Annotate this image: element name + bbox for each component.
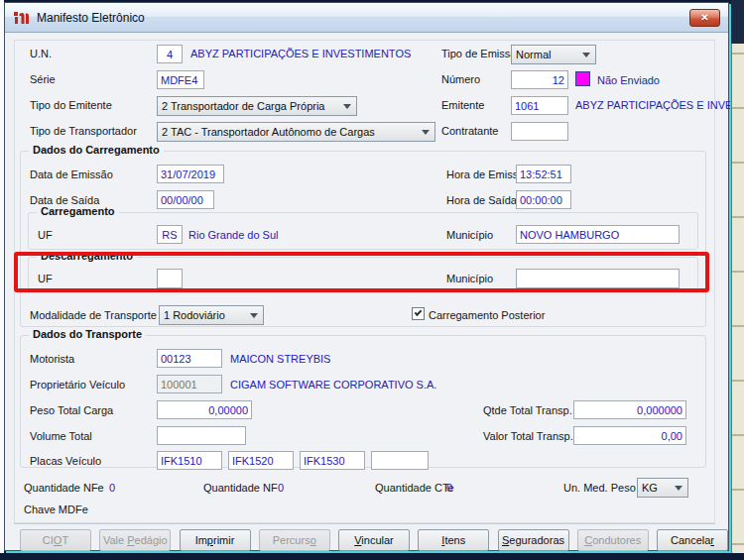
condutores-button: Condutores xyxy=(577,529,649,551)
numero-value: 12 xyxy=(553,74,564,86)
tipo-transportador-value: 2 TAC - Transportador Autônomo de Cargas xyxy=(162,126,375,138)
valor-total-label: Valor Total Transp. xyxy=(483,430,573,442)
modalidade-label: Modalidade de Transporte xyxy=(30,309,157,321)
chave-mdfe-label: Chave MDFe xyxy=(24,504,88,515)
checkbox-check-icon xyxy=(415,308,423,316)
numero-label: Número xyxy=(441,73,480,85)
numero-input[interactable]: 12 xyxy=(511,70,568,89)
dados-carregamento-title: Dados do Carregamento xyxy=(29,144,164,156)
qtd-cte-label: Quantidade CTe xyxy=(375,482,454,494)
descarregamento-title: Descarregamento xyxy=(37,250,137,262)
qtd-cte-value: 0 xyxy=(446,482,452,494)
hora-emissao-input[interactable]: 13:52:51 xyxy=(516,165,571,183)
volume-total-label: Volume Total xyxy=(30,430,92,442)
qtde-total-label: Qtde Total Transp. xyxy=(483,404,572,416)
carregamento-title: Carregamento xyxy=(37,205,119,217)
data-saida-value: 00/00/00 xyxy=(161,194,203,206)
peso-total-input[interactable]: 0,00000 xyxy=(157,400,252,419)
descarregamento-municipio-input[interactable] xyxy=(516,269,680,288)
un-med-peso-label: Un. Med. Peso xyxy=(563,482,636,494)
ciot-button: CIOT xyxy=(20,529,91,551)
data-saida-input[interactable]: 00/00/00 xyxy=(157,190,214,209)
motorista-input[interactable]: 00123 xyxy=(157,349,222,368)
qtde-total-input[interactable]: 0,000000 xyxy=(573,400,686,419)
placa-input-4[interactable] xyxy=(371,451,429,470)
serie-label: Série xyxy=(30,73,56,85)
chevron-down-icon xyxy=(343,104,351,109)
hora-saida-input[interactable]: 00:00:00 xyxy=(516,190,571,209)
tipo-emissao-select[interactable]: Normal xyxy=(511,45,596,64)
descarregamento-municipio-label: Município xyxy=(446,273,493,284)
hora-emissao-value: 13:52:51 xyxy=(520,168,562,180)
carregamento-uf-description: Rio Grande do Sul xyxy=(188,229,279,241)
serie-value: MDFE4 xyxy=(161,74,197,86)
placa-input-2[interactable]: IFK1520 xyxy=(228,451,294,470)
carregamento-posterior-label: Carregamento Posterior xyxy=(429,309,545,321)
placa-value-3: IFK1530 xyxy=(304,455,345,467)
peso-total-value: 0,00000 xyxy=(208,404,248,416)
chevron-down-icon xyxy=(582,53,590,57)
data-emissao-label: Data de Emissão xyxy=(30,168,113,180)
imprimir-button[interactable]: Imprimir xyxy=(180,529,251,551)
modalidade-value: 1 Rodoviário xyxy=(164,309,225,321)
tipo-emitente-select[interactable]: 2 Transportador de Carga Própria xyxy=(157,96,357,116)
vincular-button[interactable]: Vincular xyxy=(338,529,410,551)
chevron-down-icon xyxy=(422,130,430,135)
emitente-input[interactable]: 1061 xyxy=(511,96,568,115)
app-icon xyxy=(13,10,29,26)
carregamento-municipio-value: NOVO HAMBURGO xyxy=(520,229,619,241)
carregamento-municipio-input[interactable]: NOVO HAMBURGO xyxy=(516,225,680,244)
modalidade-select[interactable]: 1 Rodoviário xyxy=(159,305,264,325)
tipo-transportador-select[interactable]: 2 TAC - Transportador Autônomo de Cargas xyxy=(157,122,435,142)
un-value: 4 xyxy=(167,49,173,60)
placa-input-3[interactable]: IFK1530 xyxy=(300,451,365,470)
seguradoras-button[interactable]: Seguradoras xyxy=(498,529,569,551)
un-med-peso-select[interactable]: KG xyxy=(637,478,688,498)
motorista-label: Motorista xyxy=(30,353,74,365)
proprietario-input: 100001 xyxy=(157,375,222,393)
placa-input-1[interactable]: IFK1510 xyxy=(157,451,222,470)
un-input[interactable]: 4 xyxy=(157,45,183,63)
close-icon: ✕ xyxy=(700,12,708,23)
title-bar[interactable]: Manifesto Eletrônico ✕ xyxy=(5,3,728,33)
peso-total-label: Peso Total Carga xyxy=(30,404,113,416)
volume-total-input[interactable] xyxy=(157,426,246,445)
emitente-label: Emitente xyxy=(441,99,484,111)
placa-value-1: IFK1510 xyxy=(161,455,202,467)
carregamento-posterior-checkbox[interactable] xyxy=(412,307,425,320)
proprietario-value: 100001 xyxy=(161,379,197,391)
chevron-down-icon xyxy=(675,486,682,491)
valor-total-input[interactable]: 0,00 xyxy=(573,426,686,445)
data-emissao-input[interactable]: 31/07/2019 xyxy=(157,165,224,183)
descarregamento-uf-input[interactable] xyxy=(157,269,183,288)
descarregamento-uf-label: UF xyxy=(38,273,53,284)
qtd-nf-value: 0 xyxy=(278,482,284,494)
valor-total-value: 0,00 xyxy=(662,430,682,442)
motorista-value: 00123 xyxy=(161,353,191,365)
window-title: Manifesto Eletrônico xyxy=(37,11,145,25)
motorista-description: MAICON STREYBIS xyxy=(230,353,330,365)
qtd-nfe-label: Quantidade NFe xyxy=(24,482,104,494)
cancelar-button[interactable]: Cancelar xyxy=(657,529,728,551)
chevron-down-icon xyxy=(250,313,258,318)
emitente-value: 1061 xyxy=(515,100,539,112)
proprietario-label: Proprietário Veículo xyxy=(30,379,125,391)
placas-label: Placas Veículo xyxy=(30,455,101,467)
itens-button[interactable]: Itens xyxy=(418,529,489,551)
close-button[interactable]: ✕ xyxy=(689,9,720,27)
proprietario-description: CIGAM SOFTWARE CORPORATIVO S.A. xyxy=(230,379,436,391)
qtd-nf-label: Quantidade NF xyxy=(203,482,278,494)
serie-input[interactable]: MDFE4 xyxy=(157,70,204,89)
dados-transporte-title: Dados do Transporte xyxy=(29,328,146,340)
contratante-input[interactable] xyxy=(511,122,568,141)
background-window-right xyxy=(731,0,744,553)
un-med-peso-value: KG xyxy=(642,482,658,494)
placa-value-2: IFK1520 xyxy=(232,455,274,467)
carregamento-uf-input[interactable]: RS xyxy=(157,225,183,244)
tipo-transportador-label: Tipo de Transportador xyxy=(30,125,137,137)
tipo-emissao-value: Normal xyxy=(516,49,551,60)
status-color-swatch xyxy=(575,71,590,86)
vale-pedagio-button: Vale Pedágio xyxy=(99,529,171,551)
un-description: ABYZ PARTICIPAÇÕES E INVESTIMENTOS xyxy=(190,48,434,59)
tipo-emitente-label: Tipo do Emitente xyxy=(30,99,112,111)
